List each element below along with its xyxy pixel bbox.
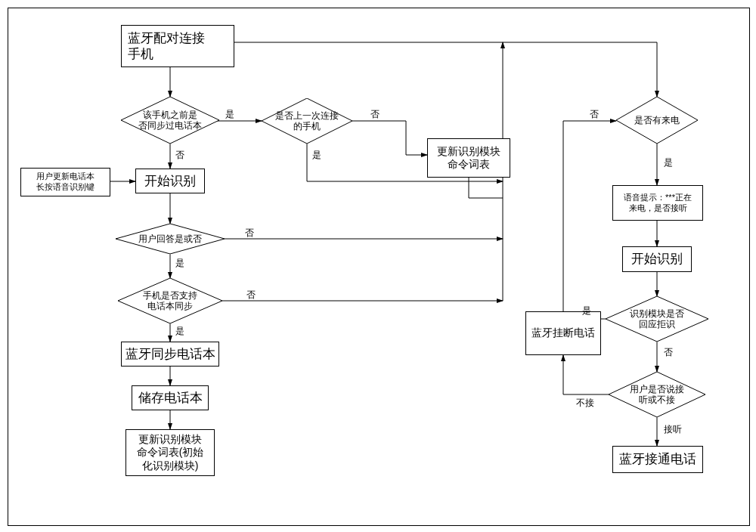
label-no: 否 xyxy=(664,346,673,359)
label-no: 否 xyxy=(590,108,599,121)
decision-synced-text: 该手机之前是 否同步过电话本 xyxy=(128,110,212,131)
decision-last-phone: 是否上一次连接 的手机 xyxy=(262,98,352,144)
node-hangup: 蓝牙挂断电话 xyxy=(525,311,601,355)
label-yes: 是 xyxy=(582,305,591,317)
decision-reject-text: 识别模块是否 回应拒识 xyxy=(619,308,695,330)
label-yes: 是 xyxy=(664,156,673,169)
label-yes: 是 xyxy=(175,257,184,270)
label-no: 否 xyxy=(245,227,254,240)
decision-support-text: 手机是否支持 电话本同步 xyxy=(132,290,208,312)
node-start-recognition-left: 开始识别 xyxy=(135,169,205,193)
label-reject: 不接 xyxy=(576,397,594,410)
node-store-phonebook: 储存电话本 xyxy=(132,385,209,410)
label-yes: 是 xyxy=(312,149,321,162)
label-no: 否 xyxy=(370,108,380,121)
decision-last-text: 是否上一次连接 的手机 xyxy=(265,110,349,132)
node-start: 蓝牙配对连接 手机 xyxy=(121,25,234,67)
node-init-cmdlist: 更新识别模块 命令词表(初始 化识别模块) xyxy=(125,429,215,476)
flowchart-canvas: 蓝牙配对连接 手机 该手机之前是 否同步过电话本 是否上一次连接 的手机 更新识… xyxy=(0,0,756,532)
node-user-longpress: 用户更新电话本 长按语音识别键 xyxy=(20,168,110,196)
node-voice-prompt: 语音提示：***正在 来电，是否接听 xyxy=(612,185,703,221)
decision-incoming-text: 是否有来电 xyxy=(624,115,690,125)
decision-accept-text: 用户是否说接 听或不接 xyxy=(619,384,695,406)
node-update-cmdlist: 更新识别模块 命令词表 xyxy=(427,138,510,178)
decision-user-answer: 用户回答是或否 xyxy=(116,224,225,254)
label-yes: 是 xyxy=(175,325,184,338)
label-yes: 是 xyxy=(225,108,234,121)
decision-incoming-call: 是否有来电 xyxy=(616,97,698,144)
label-no: 否 xyxy=(175,149,184,162)
label-accept: 接听 xyxy=(664,423,682,436)
node-answer-call: 蓝牙接通电话 xyxy=(612,446,703,473)
label-no: 否 xyxy=(246,289,256,302)
decision-user-answer-text: 用户回答是或否 xyxy=(128,234,212,244)
decision-synced-before: 该手机之前是 否同步过电话本 xyxy=(121,97,219,144)
node-start-recognition-right: 开始识别 xyxy=(622,246,692,272)
decision-recognition-reject: 识别模块是否 回应拒识 xyxy=(606,296,708,342)
decision-phone-supports-sync: 手机是否支持 电话本同步 xyxy=(118,278,222,323)
decision-user-says-accept: 用户是否说接 听或不接 xyxy=(609,372,705,417)
node-sync-phonebook: 蓝牙同步电话本 xyxy=(121,342,219,367)
